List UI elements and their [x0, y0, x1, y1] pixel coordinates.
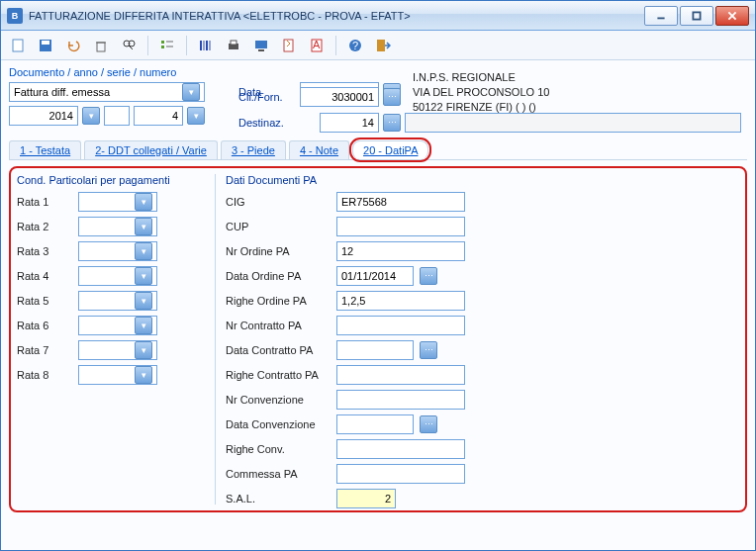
- rata4-select[interactable]: ▾: [78, 266, 157, 286]
- anno-spinner[interactable]: ▾: [82, 107, 100, 125]
- data-contratto-label: Data Contratto PA: [226, 344, 331, 356]
- tab-testata[interactable]: 1 - Testata: [9, 140, 81, 159]
- righe-ordine-input[interactable]: [336, 291, 465, 311]
- doc-type-select[interactable]: Fattura diff. emessa ▾: [9, 82, 205, 102]
- exit-icon[interactable]: [372, 35, 394, 56]
- chevron-down-icon: ▾: [135, 218, 152, 235]
- svg-rect-22: [255, 41, 267, 48]
- export-icon[interactable]: [278, 35, 300, 56]
- close-button[interactable]: [715, 6, 749, 26]
- righe-conv-label: Righe Conv.: [226, 443, 331, 455]
- save-icon[interactable]: [35, 35, 56, 56]
- cup-label: CUP: [226, 221, 331, 232]
- undo-icon[interactable]: [62, 35, 84, 56]
- data-contratto-input[interactable]: [336, 340, 414, 360]
- app-window: B FATTURAZIONE DIFFERITA INTERATTIVA <EL…: [0, 0, 756, 551]
- data-ordine-lookup-button[interactable]: ⋯: [420, 267, 437, 285]
- app-icon: B: [7, 8, 23, 24]
- cup-input[interactable]: [336, 217, 465, 236]
- print-icon[interactable]: [223, 35, 244, 56]
- address-block: I.N.P.S. REGIONALE VIA DEL PROCONSOLO 10…: [413, 70, 549, 115]
- cli-label: Cli./Forn.: [238, 91, 296, 103]
- nr-convenzione-label: Nr Convenzione: [226, 394, 331, 406]
- nr-ordine-label: Nr Ordine PA: [226, 245, 331, 257]
- rata1-select[interactable]: ▾: [78, 192, 157, 212]
- chevron-down-icon: ▾: [135, 193, 152, 211]
- svg-rect-1: [693, 12, 700, 19]
- search-icon[interactable]: [118, 35, 140, 56]
- cig-label: CIG: [226, 196, 331, 208]
- list-icon[interactable]: [156, 35, 178, 56]
- maximize-button[interactable]: [680, 6, 713, 26]
- data-contratto-lookup-button[interactable]: ⋯: [420, 341, 437, 359]
- tab-datipa[interactable]: 20 - DatiPA: [352, 140, 428, 159]
- commessa-input[interactable]: [336, 464, 465, 484]
- sal-input[interactable]: [336, 489, 396, 508]
- group-divider: [215, 174, 216, 505]
- righe-ordine-label: Righe Ordine PA: [226, 295, 331, 307]
- new-icon[interactable]: [7, 35, 29, 56]
- dest-label: Destinaz.: [238, 117, 296, 129]
- righe-conv-input[interactable]: [336, 439, 465, 459]
- rata2-select[interactable]: ▾: [78, 217, 157, 236]
- svg-rect-12: [161, 41, 164, 44]
- svg-rect-13: [161, 46, 164, 48]
- svg-rect-21: [231, 41, 236, 45]
- dest-input[interactable]: [320, 113, 379, 133]
- rata2-label: Rata 2: [17, 221, 72, 232]
- sal-label: S.A.L.: [226, 493, 331, 505]
- rata5-select[interactable]: ▾: [78, 291, 157, 311]
- pag-group-title: Cond. Particolari per pagamenti: [17, 174, 205, 186]
- doc-type-value: Fattura diff. emessa: [14, 86, 110, 98]
- rata8-select[interactable]: ▾: [78, 365, 157, 385]
- tab-ddt[interactable]: 2- DDT collegati / Varie: [84, 140, 218, 159]
- numero-input[interactable]: [134, 106, 183, 126]
- nr-convenzione-input[interactable]: [336, 390, 465, 410]
- content-area: Documento / anno / serie / numero Fattur…: [1, 60, 755, 550]
- data-ordine-input[interactable]: [336, 266, 414, 286]
- righe-contratto-label: Righe Contratto PA: [226, 369, 331, 381]
- titlebar: B FATTURAZIONE DIFFERITA INTERATTIVA <EL…: [1, 1, 755, 31]
- data-convenzione-input[interactable]: [336, 414, 414, 434]
- serie-input[interactable]: [104, 106, 130, 126]
- chevron-down-icon: ▾: [135, 242, 152, 260]
- cli-input[interactable]: [300, 87, 379, 107]
- rata4-label: Rata 4: [17, 270, 72, 282]
- doc-link-line[interactable]: Documento / anno / serie / numero: [9, 66, 225, 78]
- rata6-select[interactable]: ▾: [78, 316, 157, 335]
- chevron-down-icon: ▾: [135, 341, 152, 359]
- data-ordine-label: Data Ordine PA: [226, 270, 331, 282]
- window-title: FATTURAZIONE DIFFERITA INTERATTIVA <ELET…: [29, 10, 644, 22]
- numero-spinner[interactable]: ▾: [187, 107, 205, 125]
- help-icon[interactable]: ?: [344, 35, 366, 56]
- svg-text:A: A: [313, 39, 321, 50]
- screen-icon[interactable]: [250, 35, 272, 56]
- righe-contratto-input[interactable]: [336, 365, 465, 385]
- rata5-label: Rata 5: [17, 295, 72, 307]
- dest-desc: [405, 113, 741, 133]
- nr-contratto-input[interactable]: [336, 316, 465, 335]
- rata7-select[interactable]: ▾: [78, 340, 157, 360]
- svg-rect-29: [377, 40, 385, 51]
- barcode-icon[interactable]: [195, 35, 217, 56]
- chevron-down-icon: ▾: [135, 292, 152, 310]
- commessa-label: Commessa PA: [226, 468, 331, 480]
- pdf-icon[interactable]: A: [306, 35, 328, 56]
- chevron-down-icon: ▾: [182, 83, 200, 101]
- nr-ordine-input[interactable]: [336, 241, 465, 261]
- data-convenzione-lookup-button[interactable]: ⋯: [420, 415, 437, 433]
- chevron-down-icon: ▾: [135, 317, 152, 334]
- rata3-select[interactable]: ▾: [78, 241, 157, 261]
- anno-input[interactable]: [9, 106, 78, 126]
- cli-lookup-button[interactable]: ⋯: [383, 88, 401, 106]
- dest-lookup-button[interactable]: ⋯: [383, 114, 401, 132]
- cig-input[interactable]: [336, 192, 465, 212]
- tab-strip: 1 - Testata 2- DDT collegati / Varie 3 -…: [9, 140, 747, 160]
- minimize-button[interactable]: [644, 6, 678, 26]
- chevron-down-icon: ▾: [135, 366, 152, 384]
- tab-note[interactable]: 4 - Note: [289, 140, 349, 159]
- delete-icon[interactable]: [90, 35, 112, 56]
- toolbar: A ?: [1, 31, 755, 60]
- tab-piede[interactable]: 3 - Piede: [221, 140, 286, 159]
- rata3-label: Rata 3: [17, 245, 72, 257]
